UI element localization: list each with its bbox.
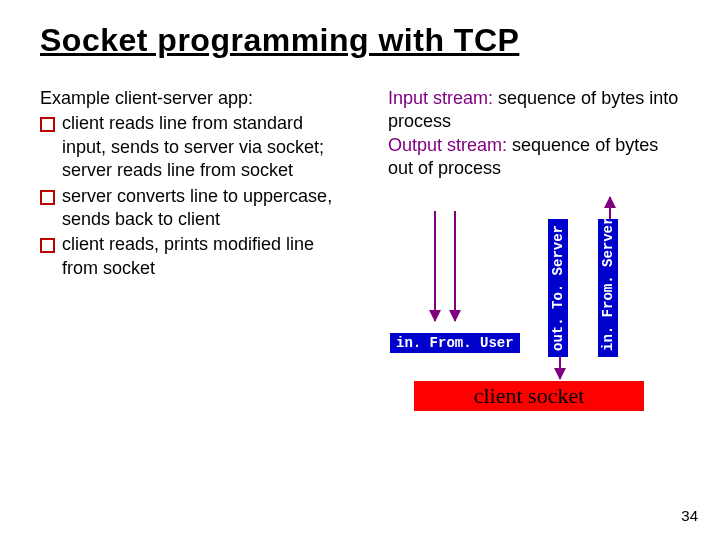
arrow-infromserver xyxy=(609,197,611,219)
stream-diagram: in. From. User out. To. Server in. From.… xyxy=(374,191,674,431)
bullet-3: client reads, prints modified line from … xyxy=(62,233,346,280)
label-infromuser: in. From. User xyxy=(390,333,520,353)
right-column: Input stream: sequence of bytes into pro… xyxy=(374,87,680,431)
example-heading: Example client-server app: xyxy=(40,87,346,110)
label-infromserver: in. From. Server xyxy=(598,219,618,357)
left-column: Example client-server app: client reads … xyxy=(40,87,346,431)
arrow-infromuser-2 xyxy=(454,211,456,321)
content-columns: Example client-server app: client reads … xyxy=(40,87,680,431)
output-stream-line: Output stream: sequence of bytes out of … xyxy=(388,134,680,181)
arrow-infromuser-1 xyxy=(434,211,436,321)
bullet-1: client reads line from standard input, s… xyxy=(62,112,346,182)
output-stream-term: Output stream: xyxy=(388,135,507,155)
client-socket-box: client socket xyxy=(414,381,644,411)
definitions: Input stream: sequence of bytes into pro… xyxy=(374,87,680,181)
slide: Socket programming with TCP Example clie… xyxy=(0,0,720,540)
example-bullets: client reads line from standard input, s… xyxy=(40,112,346,280)
slide-title: Socket programming with TCP xyxy=(40,22,680,59)
input-stream-term: Input stream: xyxy=(388,88,493,108)
page-number: 34 xyxy=(681,507,698,524)
arrow-outtoserver xyxy=(559,357,561,379)
label-outtoserver: out. To. Server xyxy=(548,219,568,357)
bullet-2: server converts line to uppercase, sends… xyxy=(62,185,346,232)
input-stream-line: Input stream: sequence of bytes into pro… xyxy=(388,87,680,134)
